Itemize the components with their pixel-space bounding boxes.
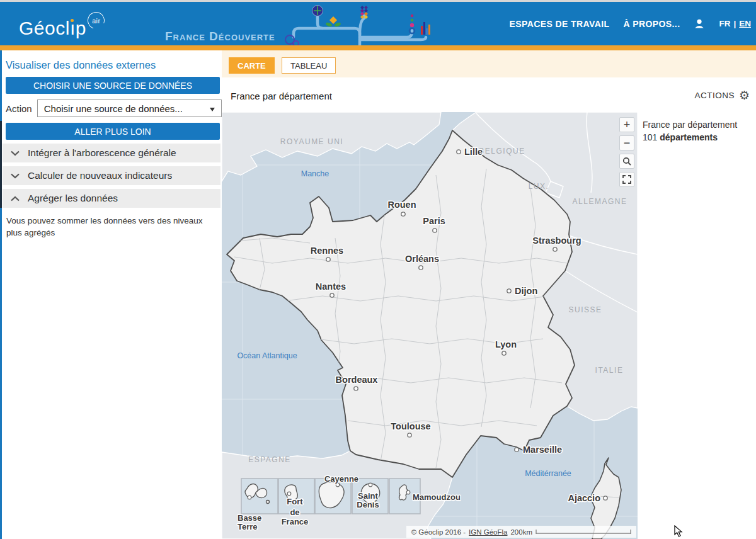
country-label: BELGIQUE bbox=[479, 147, 525, 156]
city-label: Paris bbox=[423, 216, 445, 226]
tab-tableau[interactable]: TABLEAU bbox=[282, 57, 336, 74]
accordion-label: Agréger les données bbox=[28, 193, 118, 204]
logo-text-pre: Géocl bbox=[19, 18, 70, 38]
nav-espaces-de-travail[interactable]: ESPACES DE TRAVAIL bbox=[510, 19, 610, 29]
bar-chart-icon bbox=[421, 22, 430, 35]
chevron-down-icon bbox=[10, 173, 20, 179]
city-marker bbox=[330, 293, 334, 297]
city-label: Toulouse bbox=[391, 421, 430, 431]
city-label: Dijon bbox=[515, 286, 537, 296]
inset-label: Cayenne bbox=[324, 474, 358, 484]
logo-text-post: p bbox=[76, 18, 86, 38]
country-label: SUISSE bbox=[568, 305, 602, 314]
sea-label: Manche bbox=[301, 169, 329, 178]
map-svg: ROYAUME UNI BELGIQUE LUX. ALLEMAGNE SUIS… bbox=[222, 112, 638, 539]
accordion-integrate[interactable]: Intégrer à l'arborescence générale bbox=[3, 144, 220, 162]
inset-label: Basse bbox=[238, 513, 261, 523]
sidebar: Visualiser des données externes CHOISIR … bbox=[2, 50, 222, 539]
accordion-aggregate[interactable]: Agréger les données bbox=[3, 189, 220, 208]
city-marker bbox=[604, 496, 607, 500]
accent-bar bbox=[0, 45, 756, 50]
zoom-select-button[interactable] bbox=[619, 154, 634, 169]
actions-menu[interactable]: ACTIONS ⚙ bbox=[694, 89, 750, 101]
sea-label: Océan Atlantique bbox=[237, 351, 297, 360]
sidebar-title: Visualiser des données externes bbox=[6, 59, 222, 71]
city-label: Orléans bbox=[405, 254, 439, 264]
country-label: ALLEMAGNE bbox=[573, 197, 627, 206]
app-title: France Découverte bbox=[165, 30, 275, 43]
inset-label: de bbox=[290, 508, 299, 517]
sea-label: Méditérranée bbox=[525, 469, 571, 478]
country-label: ROYAUME UNI bbox=[280, 137, 343, 146]
air-badge: air bbox=[84, 9, 107, 32]
diamond-flower-icon bbox=[329, 16, 337, 24]
tab-carte[interactable]: CARTE bbox=[229, 57, 275, 74]
accordion-calculate[interactable]: Calculer de nouveaux indicateurs bbox=[3, 166, 220, 185]
select-caret-icon bbox=[210, 108, 215, 111]
magnifier-icon bbox=[622, 157, 631, 166]
info-panel-title: France par département bbox=[643, 120, 756, 130]
city-label: Bordeaux bbox=[336, 375, 378, 385]
lang-separator: | bbox=[733, 19, 736, 28]
city-label: Lille bbox=[464, 147, 483, 157]
city-marker bbox=[406, 491, 410, 494]
city-marker bbox=[502, 351, 506, 355]
zoom-in-button[interactable]: + bbox=[619, 117, 634, 132]
user-icon[interactable] bbox=[694, 18, 705, 29]
gear-icon: ⚙ bbox=[739, 89, 750, 101]
city-marker bbox=[515, 448, 518, 451]
info-panel-count: 101 départements bbox=[643, 132, 756, 142]
map-title: France par département bbox=[231, 91, 332, 101]
app-header: Géoclıpair France Découverte bbox=[0, 2, 756, 45]
scale-bar bbox=[536, 529, 631, 535]
lang-en[interactable]: EN bbox=[739, 19, 751, 28]
action-select[interactable]: Choisir une source de données... bbox=[37, 99, 222, 117]
accordion-label: Calculer de nouveaux indicateurs bbox=[28, 170, 172, 181]
city-marker bbox=[354, 387, 358, 390]
city-marker bbox=[248, 496, 251, 499]
accordion-label: Intégrer à l'arborescence générale bbox=[28, 147, 176, 159]
circles-icon bbox=[285, 35, 299, 45]
map-canvas[interactable]: ROYAUME UNI BELGIQUE LUX. ALLEMAGNE SUIS… bbox=[222, 112, 638, 539]
aggregate-description: Vous pouvez sommer les données vers des … bbox=[6, 215, 214, 239]
fullscreen-button[interactable] bbox=[619, 172, 634, 187]
country-label: ESPAGNE bbox=[248, 455, 291, 464]
action-label: Action bbox=[6, 103, 32, 114]
city-marker bbox=[401, 212, 405, 216]
action-select-value: Choisir une source de données... bbox=[44, 103, 183, 114]
info-panel: France par département 101 départements bbox=[638, 112, 756, 539]
zoom-out-button[interactable]: − bbox=[619, 135, 634, 150]
city-marker bbox=[336, 483, 340, 487]
inset-label: Fort bbox=[287, 497, 303, 506]
city-label: Lyon bbox=[495, 339, 517, 349]
chevron-down-icon bbox=[10, 150, 20, 156]
chevron-up-icon bbox=[10, 196, 20, 201]
country-label: ITALIE bbox=[595, 366, 624, 375]
ign-geofla-link[interactable]: IGN GéoFla bbox=[469, 528, 507, 536]
leaf-icon bbox=[334, 22, 341, 27]
action-row: Action Choisir une source de données... bbox=[6, 99, 222, 117]
city-label: Rennes bbox=[311, 246, 343, 256]
go-further-button[interactable]: ALLER PLUS LOIN bbox=[6, 123, 220, 140]
inset-label: Denis bbox=[357, 500, 379, 509]
scale-label: 200km bbox=[510, 528, 532, 536]
inset-label: Saint bbox=[358, 491, 378, 501]
city-marker bbox=[326, 258, 330, 261]
mouse-cursor bbox=[674, 525, 685, 538]
city-marker bbox=[419, 266, 423, 270]
lang-fr[interactable]: FR bbox=[719, 19, 730, 28]
nav-a-propos[interactable]: À PROPOS... bbox=[623, 19, 680, 29]
city-marker bbox=[408, 433, 411, 437]
inset-label: Terre bbox=[238, 522, 258, 531]
map-controls: + − bbox=[619, 117, 634, 187]
map-attribution: © Géoclip 2016 - IGN GéoFla 200km bbox=[406, 526, 636, 538]
header-nav: ESPACES DE TRAVAIL À PROPOS... FR | EN bbox=[510, 2, 751, 45]
country-label: LUX. bbox=[529, 182, 549, 191]
count-unit: départements bbox=[660, 132, 718, 142]
tab-strip: CARTE TABLEAU bbox=[222, 50, 756, 77]
city-marker bbox=[507, 289, 511, 293]
geoclip-logo[interactable]: Géoclıpair bbox=[19, 12, 105, 39]
inset-label: France bbox=[282, 517, 309, 526]
choose-source-button[interactable]: CHOISIR UNE SOURCE DE DONNÉES bbox=[6, 77, 220, 94]
header-illustration bbox=[277, 2, 435, 45]
